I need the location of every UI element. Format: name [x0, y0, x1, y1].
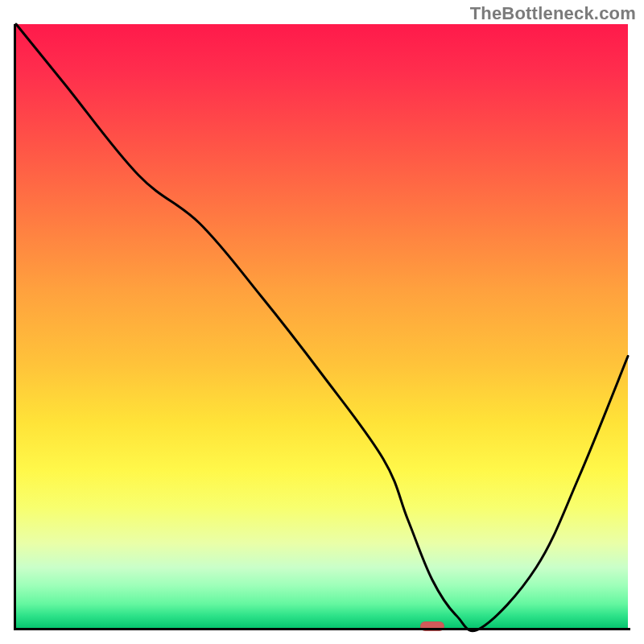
curve-layer: [16, 24, 628, 628]
y-axis: [14, 24, 16, 630]
watermark-text: TheBottleneck.com: [470, 3, 636, 24]
plot-area: [16, 24, 628, 628]
x-axis: [14, 628, 630, 630]
bottleneck-curve: [16, 24, 628, 631]
figure: TheBottleneck.com: [0, 0, 644, 644]
